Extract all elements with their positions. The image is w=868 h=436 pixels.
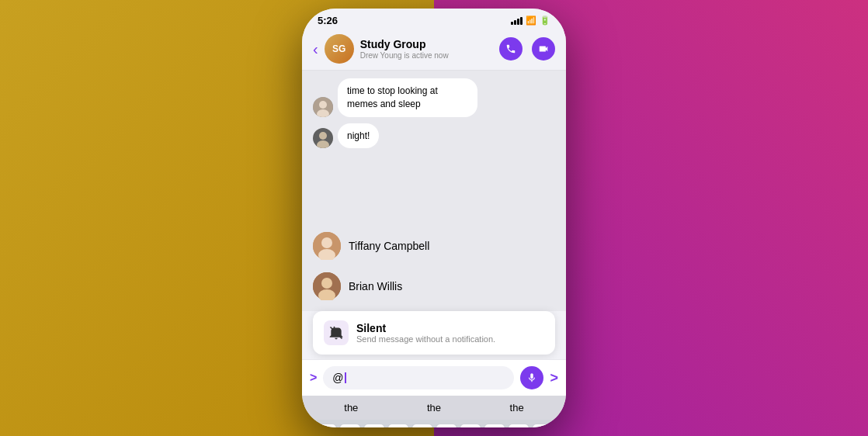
silent-desc: Send message without a notification. bbox=[356, 334, 495, 344]
silent-text-block: Silent Send message without a notificati… bbox=[356, 322, 495, 344]
signal-bar-2 bbox=[514, 20, 516, 25]
silent-title: Silent bbox=[356, 322, 495, 334]
message-text-2: night! bbox=[347, 130, 370, 141]
autocomplete-bar: the the the bbox=[302, 396, 566, 420]
mic-icon bbox=[526, 372, 537, 383]
silent-bell-icon bbox=[328, 325, 344, 341]
group-name: Study Group bbox=[360, 38, 499, 51]
signal-bar-1 bbox=[511, 22, 513, 25]
key-y[interactable]: Y bbox=[436, 424, 457, 427]
voice-button[interactable] bbox=[520, 366, 543, 389]
wifi-icon: 📶 bbox=[526, 16, 536, 26]
mention-list-area: Tiffany Campbell Brian Willis bbox=[302, 226, 566, 311]
svg-point-1 bbox=[319, 101, 327, 109]
key-u[interactable]: U bbox=[460, 424, 481, 427]
msg-avatar-1 bbox=[313, 97, 333, 117]
group-avatar-inner: SG bbox=[325, 34, 354, 64]
status-time: 5:26 bbox=[318, 15, 338, 26]
nav-bar: ‹ SG Study Group Drew Young is active no… bbox=[302, 29, 566, 71]
input-text: @ bbox=[332, 372, 343, 384]
key-w[interactable]: W bbox=[340, 424, 360, 427]
battery-icon: 🔋 bbox=[540, 16, 550, 26]
mention-avatar-tiffany bbox=[313, 232, 341, 260]
back-button[interactable]: ‹ bbox=[313, 40, 318, 58]
svg-point-7 bbox=[321, 237, 332, 248]
mention-item-brian[interactable]: Brian Willis bbox=[313, 266, 555, 306]
message-bubble-2: night! bbox=[338, 123, 379, 149]
message-text-1: time to stop looking at memes and sleep bbox=[347, 85, 438, 109]
autocomplete-item-1[interactable]: the bbox=[338, 400, 364, 415]
silent-popup[interactable]: Silent Send message without a notificati… bbox=[313, 311, 555, 355]
message-row-2: night! bbox=[313, 123, 555, 149]
signal-bars-icon bbox=[511, 17, 523, 25]
key-o[interactable]: O bbox=[509, 424, 529, 427]
key-t[interactable]: T bbox=[412, 424, 432, 427]
avatar-face-2 bbox=[313, 128, 333, 148]
message-bubble-1: time to stop looking at memes and sleep bbox=[338, 78, 477, 117]
svg-point-10 bbox=[321, 278, 332, 289]
video-icon bbox=[538, 43, 549, 54]
nav-actions bbox=[499, 37, 555, 61]
group-avatar: SG bbox=[325, 34, 354, 64]
text-cursor bbox=[345, 372, 346, 383]
mention-item-tiffany[interactable]: Tiffany Campbell bbox=[313, 226, 555, 266]
signal-bar-4 bbox=[520, 17, 523, 25]
tiffany-name: Tiffany Campbell bbox=[349, 240, 429, 252]
key-i[interactable]: I bbox=[484, 424, 505, 427]
status-icons: 📶 🔋 bbox=[511, 16, 550, 26]
svg-point-4 bbox=[319, 132, 327, 140]
avatar-face-1 bbox=[313, 97, 333, 117]
brian-avatar-face bbox=[313, 272, 341, 300]
autocomplete-item-2[interactable]: the bbox=[421, 400, 447, 415]
call-button[interactable] bbox=[499, 37, 523, 61]
key-r[interactable]: R bbox=[388, 424, 408, 427]
message-input[interactable]: @ bbox=[323, 366, 514, 389]
message-row-1: time to stop looking at memes and sleep bbox=[313, 78, 555, 117]
video-call-button[interactable] bbox=[532, 37, 555, 61]
keyboard: QWERTYUIOP ASDFGHJKL bbox=[302, 420, 566, 427]
keyboard-row-1: QWERTYUIOP bbox=[305, 424, 563, 427]
silent-icon bbox=[324, 320, 349, 345]
tiffany-avatar-face bbox=[313, 232, 341, 260]
input-bar: > @ > bbox=[302, 359, 566, 396]
group-info: Study Group Drew Young is active now bbox=[360, 38, 499, 60]
chat-area: time to stop looking at memes and sleep … bbox=[302, 71, 566, 226]
msg-avatar-2 bbox=[313, 128, 333, 148]
send-button[interactable]: > bbox=[550, 370, 558, 386]
key-e[interactable]: E bbox=[364, 424, 384, 427]
status-bar: 5:26 📶 🔋 bbox=[302, 9, 566, 29]
phone-frame: 5:26 📶 🔋 ‹ SG Study Group Drew Young is bbox=[302, 9, 566, 427]
brian-name: Brian Willis bbox=[349, 280, 402, 292]
expand-button[interactable]: > bbox=[310, 371, 317, 385]
signal-bar-3 bbox=[517, 19, 519, 25]
phone-icon bbox=[505, 43, 516, 54]
mention-avatar-brian bbox=[313, 272, 341, 300]
group-status: Drew Young is active now bbox=[360, 51, 499, 60]
background: 5:26 📶 🔋 ‹ SG Study Group Drew Young is bbox=[0, 0, 868, 436]
autocomplete-item-3[interactable]: the bbox=[504, 400, 530, 415]
